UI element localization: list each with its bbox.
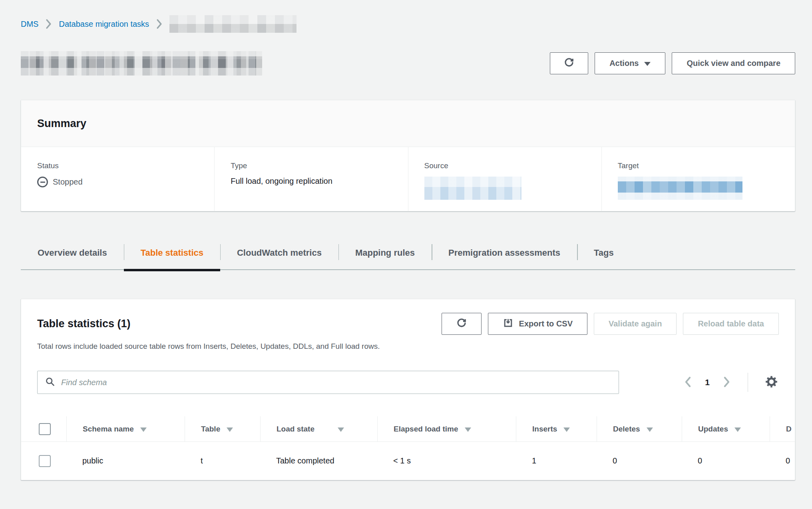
reload-table-data-label: Reload table data	[698, 319, 764, 328]
status-label: Status	[37, 161, 206, 170]
redacted-source-value	[424, 177, 521, 200]
redacted-task-name-breadcrumb	[169, 15, 297, 33]
chevron-right-icon	[156, 19, 162, 29]
cell-ddls-clipped: 0	[770, 442, 795, 480]
status-value: Stopped	[37, 177, 206, 187]
sort-icon[interactable]	[563, 427, 570, 432]
table-refresh-button[interactable]	[442, 313, 482, 335]
tab-table-statistics[interactable]: Table statistics	[124, 236, 220, 270]
tab-tags[interactable]: Tags	[577, 236, 631, 270]
sort-icon[interactable]	[227, 427, 233, 432]
divider	[748, 373, 748, 392]
column-header-elapsed-load-time[interactable]: Elapsed load time	[394, 425, 458, 433]
schema-search-box	[37, 371, 619, 394]
redacted-target-value	[618, 177, 742, 200]
cell-load-state: Table completed	[260, 442, 377, 480]
target-label: Target	[618, 161, 787, 170]
sort-icon[interactable]	[140, 427, 147, 432]
export-csv-label: Export to CSV	[519, 319, 573, 328]
summary-target-column: Target	[601, 147, 795, 211]
table-settings-button[interactable]	[764, 374, 779, 390]
pagination: 1	[683, 373, 779, 392]
current-page-number[interactable]: 1	[705, 378, 710, 387]
refresh-button[interactable]	[550, 52, 588, 74]
chevron-left-icon	[685, 376, 691, 389]
actions-button-label: Actions	[609, 59, 639, 68]
table-statistics-header: Table statistics (1)	[21, 313, 795, 335]
export-csv-button[interactable]: Export to CSV	[488, 313, 587, 335]
page-header: Actions Quick view and compare	[21, 51, 795, 76]
summary-type-column: Type Full load, ongoing replication	[214, 147, 408, 211]
gear-icon	[765, 375, 778, 390]
summary-card: Summary Status Stopped Type Full load, o…	[21, 100, 795, 211]
type-label: Type	[231, 161, 400, 170]
column-header-load-state[interactable]: Load state	[277, 425, 314, 433]
tab-overview-details[interactable]: Overview details	[21, 236, 124, 270]
source-label: Source	[424, 161, 593, 170]
tab-premigration-assessments[interactable]: Premigration assessments	[432, 236, 577, 270]
validate-again-label: Validate again	[609, 319, 662, 328]
refresh-icon	[456, 317, 468, 331]
summary-card-header: Summary	[21, 100, 795, 147]
quick-view-compare-label: Quick view and compare	[687, 59, 780, 68]
table-statistics-actions: Export to CSV Validate again Reload tabl…	[442, 313, 779, 335]
cell-schema-name: public	[66, 442, 185, 480]
sort-icon[interactable]	[647, 427, 653, 432]
summary-source-column: Source	[408, 147, 601, 211]
column-header-inserts[interactable]: Inserts	[532, 425, 557, 433]
download-icon	[503, 318, 513, 330]
select-all-checkbox[interactable]	[39, 423, 51, 435]
summary-body: Status Stopped Type Full load, ongoing r…	[21, 147, 795, 211]
summary-status-column: Status Stopped	[21, 147, 214, 211]
cell-deletes: 0	[597, 442, 682, 480]
column-header-ddls-clipped[interactable]: D	[786, 425, 792, 433]
table-statistics-title: Table statistics (1)	[37, 318, 131, 330]
table-row: public t Table completed < 1 s 1 0 0 0	[21, 442, 795, 480]
row-checkbox[interactable]	[39, 455, 51, 467]
reload-table-data-button[interactable]: Reload table data	[683, 313, 779, 335]
summary-title: Summary	[37, 117, 86, 130]
table-header-row: Schema name Table Load state Elapsed loa…	[21, 416, 795, 442]
table-statistics-description: Total rows include loaded source table r…	[21, 335, 795, 352]
column-header-table[interactable]: Table	[201, 425, 220, 433]
table-statistics-table: Schema name Table Load state Elapsed loa…	[21, 416, 795, 480]
cell-elapsed-load-time: < 1 s	[377, 442, 516, 480]
stopped-icon	[37, 177, 48, 187]
tab-cloudwatch-metrics[interactable]: CloudWatch metrics	[220, 236, 338, 270]
breadcrumb: DMS Database migration tasks	[21, 15, 795, 33]
sort-icon[interactable]	[465, 427, 471, 432]
chevron-right-icon	[723, 376, 730, 389]
refresh-icon	[563, 56, 575, 70]
find-schema-input[interactable]	[61, 378, 611, 387]
sort-icon[interactable]	[338, 427, 344, 432]
cell-table: t	[185, 442, 260, 480]
validate-again-button[interactable]: Validate again	[594, 313, 677, 335]
header-actions: Actions Quick view and compare	[550, 52, 795, 74]
actions-button[interactable]: Actions	[595, 52, 665, 74]
breadcrumb-dms-link[interactable]: DMS	[21, 20, 38, 29]
chevron-down-icon	[644, 62, 651, 66]
search-icon	[45, 376, 56, 389]
sort-icon[interactable]	[734, 427, 741, 432]
next-page-button[interactable]	[722, 375, 732, 390]
status-text: Stopped	[53, 177, 83, 187]
previous-page-button[interactable]	[683, 375, 693, 390]
table-tools-row: 1	[21, 371, 795, 394]
tab-mapping-rules[interactable]: Mapping rules	[338, 236, 432, 270]
column-header-schema-name[interactable]: Schema name	[83, 425, 134, 433]
chevron-right-icon	[46, 19, 52, 29]
quick-view-compare-button[interactable]: Quick view and compare	[672, 52, 795, 74]
column-header-deletes[interactable]: Deletes	[613, 425, 640, 433]
task-detail-tabs: Overview details Table statistics CloudW…	[21, 236, 795, 270]
dms-task-page: DMS Database migration tasks Actions	[0, 0, 812, 480]
cell-inserts: 1	[516, 442, 597, 480]
column-header-updates[interactable]: Updates	[698, 425, 728, 433]
cell-updates: 0	[682, 442, 770, 480]
breadcrumb-tasks-link[interactable]: Database migration tasks	[59, 20, 149, 29]
type-value: Full load, ongoing replication	[231, 177, 400, 186]
table-statistics-panel: Table statistics (1)	[21, 299, 795, 480]
redacted-page-title	[21, 51, 262, 76]
